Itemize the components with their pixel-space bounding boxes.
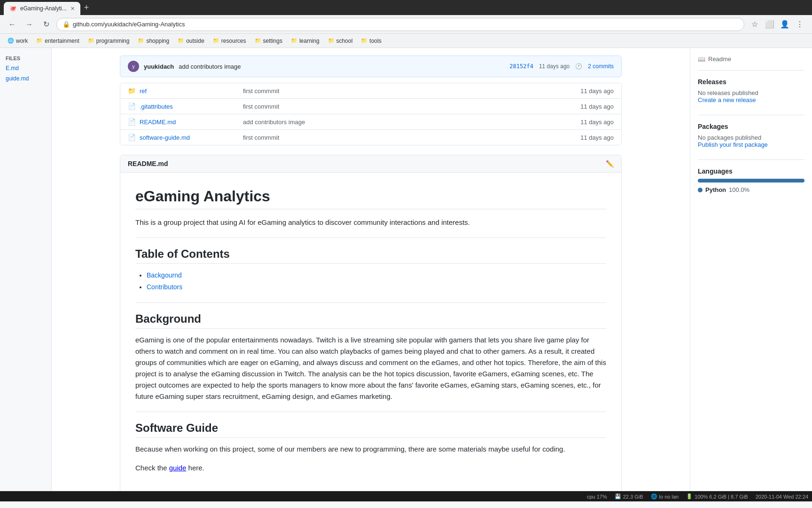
bookmark-school-label: school (336, 38, 353, 44)
bookmark-settings[interactable]: 📁 settings (251, 37, 286, 45)
commit-author[interactable]: yuukidach (144, 63, 174, 70)
address-bar[interactable]: 🔒 github.com/yuukidach/eGaming-Analytics (56, 18, 744, 31)
file-date-ref: 11 days ago (567, 87, 614, 95)
toc-link-background[interactable]: Backgournd (147, 271, 182, 279)
readme-check-before: Check the (135, 464, 169, 472)
file-name-ref[interactable]: ref (140, 87, 243, 95)
tab-close-button[interactable]: ✕ (70, 6, 75, 12)
list-item: Contributors (147, 281, 606, 293)
status-cpu: cpu 17% (587, 494, 607, 500)
battery-label: 100% 6.2 GiB | 8.7 GiB (695, 494, 748, 500)
table-row: 📄 .gitattributes first commmit 11 days a… (120, 99, 621, 114)
main-content: y yuukidach add contributors image 28152… (52, 48, 690, 491)
author-avatar: y (128, 61, 139, 72)
commit-time: 11 days ago (539, 63, 570, 70)
bookmark-programming-label: programming (96, 38, 130, 44)
bookmark-outside-label: outside (186, 38, 204, 44)
table-row: 📁 ref first commmit 11 days ago (120, 83, 621, 99)
right-sidebar-divider-1 (698, 70, 804, 71)
bookmark-tools-label: tools (369, 38, 381, 44)
right-sidebar-divider-2 (698, 115, 804, 115)
active-tab[interactable]: 🐙 eGaming-Analyti... ✕ (4, 2, 80, 15)
sidebar-item-guide-label: guide.md (6, 75, 29, 82)
profile-button[interactable]: 👤 (778, 18, 791, 31)
no-releases-text: No releases published (698, 89, 804, 96)
readme-divider-2 (135, 302, 606, 303)
language-bar (698, 179, 804, 183)
readme-toc-heading: Table of Contents (135, 247, 606, 264)
commit-count[interactable]: 2 commits (588, 63, 614, 70)
readme-about-link[interactable]: 📖 Readme (698, 56, 804, 63)
extensions-button[interactable]: ⬜ (763, 18, 776, 31)
readme-check-text: Check the guide here. (135, 462, 606, 474)
readme-link-label: Readme (708, 56, 731, 63)
list-item: Backgournd (147, 270, 606, 281)
readme-divider-3 (135, 412, 606, 412)
sidebar-header: FILES (0, 52, 51, 63)
file-name-software-guide[interactable]: software-guide.md (140, 134, 243, 141)
bookmark-programming[interactable]: 📁 programming (84, 37, 133, 45)
publish-package-link[interactable]: Publish your first package (698, 141, 804, 148)
file-date-software-guide: 11 days ago (567, 134, 614, 141)
file-name-readme[interactable]: README.md (140, 119, 243, 126)
no-packages-text: No packages published (698, 134, 804, 141)
url-text: github.com/yuukidach/eGaming-Analytics (73, 21, 185, 28)
commit-right: 28152f4 11 days ago 🕐 2 commits (509, 63, 614, 70)
guide-link[interactable]: guide (169, 464, 187, 472)
content-inner: y yuukidach add contributors image 28152… (112, 48, 629, 491)
toc-link-contributors[interactable]: Contributors (147, 283, 182, 291)
readme-container: README.md ✏️ eGaming Analytics This is a… (120, 155, 622, 491)
python-name: Python (705, 186, 726, 193)
bookmark-button[interactable]: ☆ (748, 18, 761, 31)
sidebar-item-guide[interactable]: guide.md (0, 73, 51, 84)
readme-divider-1 (135, 238, 606, 238)
packages-section: Packages No packages published Publish y… (698, 123, 804, 148)
file-table: 📁 ref first commmit 11 days ago 📄 .gitat… (120, 83, 622, 145)
forward-button[interactable]: → (23, 18, 36, 31)
readme-software-text: Because when working on this project, so… (135, 444, 606, 455)
menu-button[interactable]: ⋮ (793, 18, 806, 31)
table-row: 📄 README.md add contributors image 11 da… (120, 114, 621, 130)
readme-description: This is a group project that using AI fo… (135, 217, 606, 228)
memory-label: 22.3 GiB (623, 494, 643, 500)
languages-title: Languages (698, 167, 804, 175)
bookmark-settings-label: settings (263, 38, 282, 44)
bookmark-learning-label: learning (299, 38, 320, 44)
languages-section: Languages Python 100.0% (698, 167, 804, 193)
file-icon: 📄 (128, 103, 136, 110)
bookmark-school[interactable]: 📁 school (324, 37, 357, 45)
python-language-item: Python 100.0% (698, 186, 804, 193)
new-tab-button[interactable]: + (80, 3, 93, 13)
sidebar-item-emd[interactable]: E.md (0, 63, 51, 73)
bookmark-learning[interactable]: 📁 learning (287, 37, 323, 45)
right-sidebar-divider-3 (698, 159, 804, 160)
commit-bar: y yuukidach add contributors image 28152… (120, 56, 622, 77)
readme-edit-button[interactable]: ✏️ (606, 160, 614, 167)
page-wrapper: FILES E.md guide.md y yuukidach add cont… (0, 48, 812, 491)
memory-icon: 💾 (615, 493, 621, 500)
file-commit-ref: first commmit (243, 87, 567, 95)
network-label: lo no lan (659, 494, 679, 500)
bookmark-entertainment[interactable]: 📁 entertainment (32, 37, 83, 45)
cpu-label: cpu 17% (587, 494, 607, 500)
file-name-gitattributes[interactable]: .gitattributes (140, 103, 243, 110)
bookmark-outside-icon: 📁 (178, 38, 184, 44)
python-bar-fill (698, 179, 804, 183)
bookmark-entertainment-label: entertainment (45, 38, 79, 44)
create-release-link[interactable]: Create a new release (698, 96, 804, 103)
reload-button[interactable]: ↻ (39, 18, 53, 31)
tab-title: eGaming-Analyti... (20, 5, 67, 12)
commit-hash[interactable]: 28152f4 (509, 63, 533, 70)
readme-background-heading: Background (135, 312, 606, 329)
bookmark-shopping-icon: 📁 (138, 38, 144, 44)
bookmark-shopping[interactable]: 📁 shopping (134, 37, 173, 45)
back-button[interactable]: ← (6, 18, 19, 31)
table-row: 📄 software-guide.md first commmit 11 day… (120, 130, 621, 145)
bookmark-work[interactable]: 🌐 work (4, 37, 31, 45)
bookmark-outside[interactable]: 📁 outside (174, 37, 208, 45)
bookmark-tools[interactable]: 📁 tools (357, 37, 385, 45)
bookmark-resources[interactable]: 📁 resources (209, 37, 250, 45)
network-icon: 🌐 (651, 493, 657, 500)
browser-nav: ← → ↻ 🔒 github.com/yuukidach/eGaming-Ana… (0, 15, 812, 34)
tab-favicon: 🐙 (9, 5, 16, 12)
